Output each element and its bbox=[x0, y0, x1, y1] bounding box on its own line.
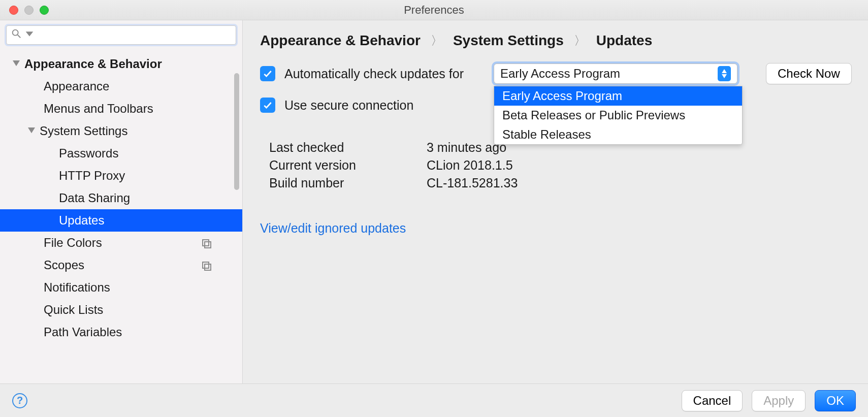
body: Appearance & Behavior Appearance Menus a… bbox=[0, 20, 868, 383]
svg-point-0 bbox=[13, 30, 18, 36]
info-key: Last checked bbox=[269, 140, 427, 155]
titlebar: Preferences bbox=[0, 0, 868, 20]
sidebar-item-system-settings[interactable]: System Settings bbox=[0, 120, 242, 142]
svg-marker-9 bbox=[722, 69, 727, 73]
breadcrumb: Appearance & Behavior 〉 System Settings … bbox=[260, 33, 853, 49]
window-title: Preferences bbox=[0, 4, 868, 17]
sidebar-item-label: Passwords bbox=[59, 146, 118, 161]
sidebar-item-http-proxy[interactable]: HTTP Proxy bbox=[0, 165, 242, 187]
sidebar-item-label: Scopes bbox=[44, 258, 84, 272]
cancel-button[interactable]: Cancel bbox=[682, 390, 743, 411]
scrollbar-thumb[interactable] bbox=[234, 73, 239, 190]
svg-line-1 bbox=[18, 35, 21, 38]
info-key: Current version bbox=[269, 158, 427, 173]
sidebar-item-label: Data Sharing bbox=[59, 191, 130, 205]
svg-rect-6 bbox=[205, 242, 211, 248]
auto-check-label: Automatically check updates for bbox=[284, 67, 464, 81]
sidebar-item-label: Appearance bbox=[44, 79, 109, 93]
chevron-down-icon bbox=[11, 59, 21, 69]
breadcrumb-root[interactable]: Appearance & Behavior bbox=[260, 33, 421, 49]
sidebar-item-notifications[interactable]: Notifications bbox=[0, 276, 242, 299]
info-block: Last checked 3 minutes ago Current versi… bbox=[269, 140, 853, 190]
ignored-updates-link[interactable]: View/edit ignored updates bbox=[260, 221, 406, 236]
search-input[interactable] bbox=[37, 29, 232, 41]
sidebar-item-menus-toolbars[interactable]: Menus and Toolbars bbox=[0, 98, 242, 120]
sidebar-item-label: System Settings bbox=[40, 124, 127, 138]
chevron-right-icon: 〉 bbox=[574, 33, 586, 49]
svg-rect-7 bbox=[203, 262, 209, 268]
sidebar-item-label: Path Variables bbox=[44, 325, 122, 339]
svg-marker-4 bbox=[28, 127, 35, 133]
chevron-right-icon: 〉 bbox=[431, 33, 443, 49]
sidebar: Appearance & Behavior Appearance Menus a… bbox=[0, 20, 243, 383]
sidebar-item-passwords[interactable]: Passwords bbox=[0, 142, 242, 165]
sidebar-item-file-colors[interactable]: File Colors bbox=[0, 232, 242, 254]
sidebar-item-label: Quick Lists bbox=[44, 303, 103, 317]
search-wrap bbox=[0, 20, 242, 49]
search-field[interactable] bbox=[6, 25, 236, 45]
main-panel: Appearance & Behavior 〉 System Settings … bbox=[243, 20, 868, 383]
secure-connection-label: Use secure connection bbox=[284, 98, 413, 113]
sidebar-item-updates[interactable]: Updates bbox=[0, 209, 242, 232]
info-key: Build number bbox=[269, 176, 427, 190]
svg-marker-10 bbox=[722, 74, 727, 78]
breadcrumb-page: Updates bbox=[596, 33, 652, 49]
project-level-icon bbox=[202, 238, 212, 248]
select-toggle-icon bbox=[718, 66, 731, 81]
sidebar-item-quick-lists[interactable]: Quick Lists bbox=[0, 299, 242, 321]
chevron-down-icon bbox=[24, 28, 35, 42]
auto-check-row: Automatically check updates for Early Ac… bbox=[260, 63, 853, 84]
info-value: CLion 2018.1.5 bbox=[427, 158, 513, 173]
svg-rect-8 bbox=[205, 264, 211, 270]
info-build-number: Build number CL-181.5281.33 bbox=[269, 176, 853, 190]
preferences-window: Preferences Appearance & Behavior bbox=[0, 0, 868, 417]
sidebar-item-path-variables[interactable]: Path Variables bbox=[0, 321, 242, 343]
breadcrumb-section[interactable]: System Settings bbox=[453, 33, 564, 49]
sidebar-item-label: HTTP Proxy bbox=[59, 169, 125, 183]
sidebar-item-label: Notifications bbox=[44, 280, 110, 295]
footer: ? Cancel Apply OK bbox=[0, 383, 868, 417]
apply-button[interactable]: Apply bbox=[752, 390, 806, 411]
update-channel-dropdown: Early Access Program Beta Releases or Pu… bbox=[494, 86, 743, 145]
chevron-down-icon bbox=[26, 126, 37, 136]
svg-marker-3 bbox=[13, 60, 20, 66]
sidebar-item-data-sharing[interactable]: Data Sharing bbox=[0, 187, 242, 209]
ok-button[interactable]: OK bbox=[815, 390, 856, 411]
secure-connection-checkbox[interactable] bbox=[260, 98, 275, 113]
svg-marker-2 bbox=[26, 31, 34, 36]
update-channel-select-wrap: Early Access Program Early Access Progra… bbox=[494, 63, 737, 84]
dropdown-option-eap[interactable]: Early Access Program bbox=[494, 86, 742, 106]
sidebar-item-appearance-behavior[interactable]: Appearance & Behavior bbox=[0, 53, 242, 75]
settings-tree[interactable]: Appearance & Behavior Appearance Menus a… bbox=[0, 49, 242, 383]
check-now-button[interactable]: Check Now bbox=[766, 63, 852, 84]
dropdown-option-stable[interactable]: Stable Releases bbox=[494, 125, 742, 144]
sidebar-item-label: Menus and Toolbars bbox=[44, 102, 153, 116]
select-value: Early Access Program bbox=[500, 67, 620, 81]
sidebar-item-label: Updates bbox=[59, 213, 104, 228]
search-icon bbox=[11, 28, 22, 42]
auto-check-checkbox[interactable] bbox=[260, 66, 275, 81]
project-level-icon bbox=[202, 260, 212, 270]
help-button[interactable]: ? bbox=[12, 393, 27, 408]
sidebar-item-appearance[interactable]: Appearance bbox=[0, 75, 242, 98]
update-channel-select[interactable]: Early Access Program bbox=[494, 63, 737, 84]
info-value: CL-181.5281.33 bbox=[427, 176, 518, 190]
sidebar-item-label: Appearance & Behavior bbox=[24, 57, 162, 71]
dropdown-option-beta[interactable]: Beta Releases or Public Previews bbox=[494, 106, 742, 125]
sidebar-item-label: File Colors bbox=[44, 236, 102, 250]
info-current-version: Current version CLion 2018.1.5 bbox=[269, 158, 853, 173]
svg-rect-5 bbox=[203, 240, 209, 246]
sidebar-item-scopes[interactable]: Scopes bbox=[0, 254, 242, 276]
